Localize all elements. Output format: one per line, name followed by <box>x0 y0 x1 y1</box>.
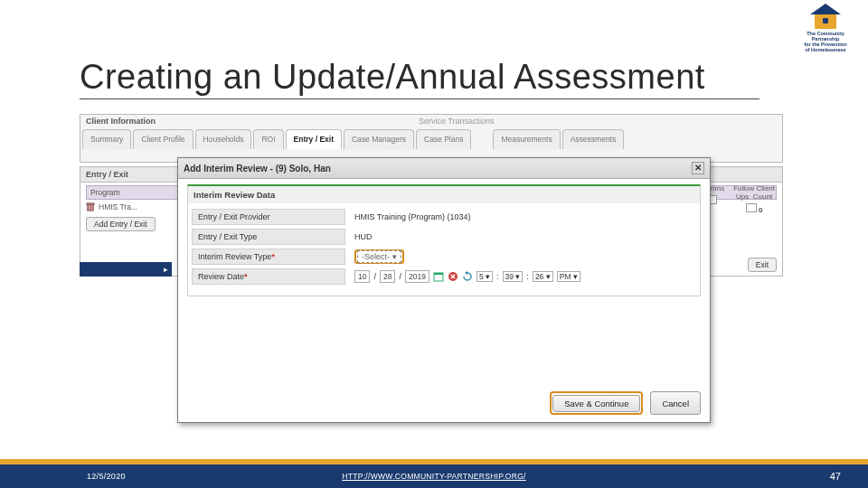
label-review-date: Review Date* <box>192 268 345 285</box>
followups-count-icon[interactable] <box>746 203 757 212</box>
tab-case-plans[interactable]: Case Plans <box>416 129 471 149</box>
blue-footer-bar: 12/5/2020 HTTP://WWW.COMMUNITY-PARTNERSH… <box>0 465 868 488</box>
modal-titlebar: Add Interim Review - (9) Solo, Han ✕ <box>178 158 710 179</box>
review-date-year[interactable]: 2019 <box>405 270 429 283</box>
label-provider: Entry / Exit Provider <box>192 209 345 225</box>
slide-footer: 12/5/2020 HTTP://WWW.COMMUNITY-PARTNERSH… <box>0 459 868 488</box>
interim-review-type-select[interactable]: -Select- ▾ <box>357 250 401 263</box>
chevron-down-icon: ▾ <box>392 252 397 261</box>
exit-button[interactable]: Exit <box>748 258 777 272</box>
tab-roi[interactable]: ROI <box>253 129 283 149</box>
add-interim-review-modal: Add Interim Review - (9) Solo, Han ✕ Int… <box>177 157 711 423</box>
svg-rect-0 <box>88 205 94 211</box>
org-logo: The Community Partnership for the Preven… <box>799 4 852 56</box>
logo-house-icon <box>810 4 841 29</box>
tab-measurements[interactable]: Measurements <box>493 129 560 149</box>
cancel-button[interactable]: Cancel <box>650 391 701 415</box>
tab-entry-exit[interactable]: Entry / Exit <box>286 129 342 149</box>
highlight-review-type: -Select- ▾ <box>354 249 404 264</box>
row-review-date: Review Date* 10 / 28 / 2019 5 ▾ : 39 ▾ :… <box>192 267 696 286</box>
review-time-hour[interactable]: 5 ▾ <box>476 271 493 282</box>
collapse-bar[interactable]: ▸ <box>80 262 172 277</box>
trash-icon[interactable] <box>86 202 95 211</box>
review-time-ampm[interactable]: PM ▾ <box>557 271 580 282</box>
clear-date-icon[interactable] <box>448 271 458 282</box>
logo-text: The Community Partnership for the Preven… <box>799 31 852 52</box>
close-icon[interactable]: ✕ <box>692 162 704 174</box>
slide-title: Creating an Update/Annual Assessment <box>80 58 760 99</box>
save-continue-button[interactable]: Save & Continue <box>552 395 640 412</box>
tab-client-profile[interactable]: Client Profile <box>133 129 193 149</box>
footer-url[interactable]: HTTP://WWW.COMMUNITY-PARTNERSHIP.ORG/ <box>0 472 868 481</box>
interim-review-section: Interim Review Data Entry / Exit Provide… <box>187 184 701 296</box>
value-provider: HMIS Training (Program) (1034) <box>345 212 471 221</box>
follow-ups-label: Follow ClientUps Count <box>733 184 775 201</box>
label-entry-exit-type: Entry / Exit Type <box>192 229 345 245</box>
label-interim-review-type: Interim Review Type* <box>192 249 345 265</box>
modal-title-text: Add Interim Review - (9) Solo, Han <box>184 164 331 174</box>
tab-households[interactable]: Households <box>195 129 252 149</box>
program-label: Program <box>90 188 120 197</box>
review-time-min[interactable]: 39 ▾ <box>503 271 524 282</box>
review-date-month[interactable]: 10 <box>354 270 370 283</box>
footer-page-number: 47 <box>830 471 841 482</box>
add-entry-exit-button[interactable]: Add Entry / Exit <box>86 217 156 231</box>
row-entry-exit-type: Entry / Exit Type HUD <box>192 227 696 247</box>
hmis-training-text: HMIS Tra... <box>99 202 137 211</box>
svg-rect-1 <box>87 203 94 205</box>
review-date-day[interactable]: 28 <box>380 270 395 283</box>
refresh-icon[interactable] <box>462 271 473 282</box>
row-provider: Entry / Exit Provider HMIS Training (Pro… <box>192 207 696 227</box>
tab-assessments[interactable]: Assessments <box>562 129 625 149</box>
client-info-header: Client Information <box>86 117 156 126</box>
interim-review-section-header: Interim Review Data <box>188 186 700 203</box>
tab-case-managers[interactable]: Case Managers <box>344 129 414 149</box>
followups-count-value: 0 <box>759 206 762 214</box>
calendar-icon[interactable] <box>433 271 444 282</box>
svg-rect-3 <box>434 273 443 275</box>
highlight-save-continue: Save & Continue <box>550 391 643 415</box>
collapse-arrow-icon: ▸ <box>164 265 168 274</box>
required-asterisk: * <box>244 272 248 281</box>
review-time-sec[interactable]: 26 ▾ <box>533 271 553 282</box>
service-transactions-header: Service Transactions <box>419 117 495 126</box>
tab-row: Summary Client Profile Households ROI En… <box>82 129 624 149</box>
value-entry-exit-type: HUD <box>345 232 373 241</box>
value-review-date: 10 / 28 / 2019 5 ▾ : 39 ▾ : 26 ▾ PM ▾ <box>345 270 580 283</box>
row-interim-review-type: Interim Review Type* -Select- ▾ <box>192 247 696 267</box>
required-asterisk: * <box>271 252 275 261</box>
screenshot-composite: Client Information Service Transactions … <box>80 114 783 423</box>
background-tabstrip: Client Information Service Transactions … <box>80 114 783 163</box>
tab-summary[interactable]: Summary <box>82 129 131 149</box>
modal-footer: Save & Continue Cancel <box>550 391 701 415</box>
